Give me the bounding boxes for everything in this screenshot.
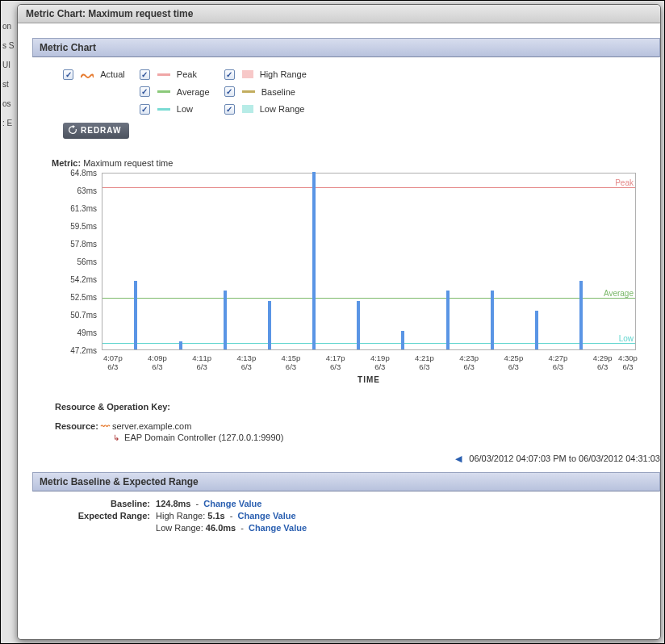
squiggle-icon: 〰 bbox=[101, 421, 110, 431]
metric-title-value: Maximum request time bbox=[83, 158, 173, 168]
legend-label: Actual bbox=[100, 69, 125, 79]
change-high-range-link[interactable]: Change Value bbox=[238, 511, 296, 521]
resource-key-title: Resource & Operation Key: bbox=[55, 402, 660, 412]
x-axis: TIME 4:07p6/34:09p6/34:11p6/34:13p6/34:1… bbox=[102, 352, 636, 384]
checkbox-low[interactable]: ✓ bbox=[140, 104, 150, 115]
timerange-sep: to bbox=[569, 454, 579, 463]
change-low-range-link[interactable]: Change Value bbox=[249, 523, 307, 533]
subresource-name: EAP Domain Controller (127.0.0.1:9990) bbox=[124, 433, 283, 442]
bar bbox=[401, 331, 404, 349]
line-swatch-icon bbox=[157, 108, 170, 111]
bar-chart: 64.8ms63ms61.3ms59.5ms57.8ms56ms54.2ms52… bbox=[52, 173, 636, 384]
checkbox-low-range[interactable]: ✓ bbox=[224, 104, 235, 115]
legend-label: Low bbox=[177, 104, 193, 114]
bar bbox=[579, 281, 583, 349]
background-fragments: ons SUIstos: E bbox=[2, 17, 14, 133]
metric-chart-window: Metric Chart: Maximum request time Metri… bbox=[17, 4, 661, 640]
resource-name: server.example.com bbox=[112, 421, 191, 431]
bar bbox=[268, 301, 271, 349]
chart-block: Metric: Maximum request time 64.8ms63ms6… bbox=[52, 158, 660, 384]
bar bbox=[224, 291, 227, 349]
legend-label: Low Range bbox=[260, 104, 305, 114]
baseline-body: Baseline: 124.8ms - Change Value Expecte… bbox=[32, 491, 660, 540]
line-swatch-icon bbox=[242, 90, 255, 93]
bar bbox=[491, 291, 494, 349]
box-swatch-icon bbox=[242, 105, 253, 113]
x-axis-title: TIME bbox=[358, 375, 380, 384]
section-baseline-header: Metric Baseline & Expected Range bbox=[32, 472, 660, 491]
section-metric-chart-header: Metric Chart bbox=[32, 38, 660, 57]
checkbox-baseline[interactable]: ✓ bbox=[224, 86, 235, 97]
low-range-value: 46.0ms bbox=[206, 523, 236, 533]
resource-prefix: Resource: bbox=[55, 421, 98, 431]
legend-label: Peak bbox=[177, 69, 197, 79]
window-title: Metric Chart: Maximum request time bbox=[18, 5, 660, 23]
bar bbox=[357, 301, 360, 349]
low-range-label: Low Range: bbox=[156, 523, 203, 533]
line-swatch-icon bbox=[157, 73, 170, 76]
bar bbox=[312, 172, 316, 349]
prev-range-icon[interactable]: ◀ bbox=[455, 454, 462, 464]
baseline-label: Baseline: bbox=[40, 499, 150, 508]
expected-range-label: Expected Range: bbox=[40, 511, 150, 521]
legend-label: High Range bbox=[260, 69, 307, 79]
timerange-to: 06/03/2012 04:31:03 bbox=[579, 454, 660, 463]
plot-area: PeakAverageLow bbox=[102, 173, 636, 350]
bar bbox=[179, 341, 182, 349]
timerange-from: 06/03/2012 04:07:03 PM bbox=[469, 454, 566, 463]
legend-label: Average bbox=[177, 87, 210, 97]
high-range-value: 5.1s bbox=[207, 511, 224, 521]
checkbox-peak[interactable]: ✓ bbox=[140, 69, 150, 80]
refresh-icon bbox=[68, 125, 77, 136]
bar bbox=[134, 281, 137, 349]
line-swatch-icon bbox=[157, 90, 170, 93]
high-range-label: High Range: bbox=[156, 511, 205, 521]
box-swatch-icon bbox=[242, 70, 253, 78]
change-baseline-link[interactable]: Change Value bbox=[203, 499, 261, 508]
legend-area: ✓ Actual ✓ Peak ✓ High Range bbox=[32, 57, 660, 144]
baseline-value: 124.8ms bbox=[156, 499, 190, 508]
metric-title-prefix: Metric: bbox=[52, 158, 81, 168]
bar bbox=[446, 291, 450, 349]
time-range-bar: ◀ 06/03/2012 04:07:03 PM to 06/03/2012 0… bbox=[32, 454, 660, 464]
checkbox-high-range[interactable]: ✓ bbox=[224, 69, 235, 80]
checkbox-actual[interactable]: ✓ bbox=[63, 69, 73, 80]
checkbox-average[interactable]: ✓ bbox=[140, 86, 150, 97]
redraw-label: REDRAW bbox=[81, 125, 121, 134]
squiggle-icon bbox=[81, 71, 94, 77]
tree-arrow-icon: ↳ bbox=[113, 433, 119, 442]
metric-title: Metric: Maximum request time bbox=[52, 158, 660, 168]
bar bbox=[535, 311, 538, 349]
resource-key: Resource & Operation Key: Resource: 〰 se… bbox=[55, 402, 660, 442]
redraw-button[interactable]: REDRAW bbox=[63, 123, 129, 139]
legend-label: Baseline bbox=[261, 87, 295, 97]
y-axis: 64.8ms63ms61.3ms59.5ms57.8ms56ms54.2ms52… bbox=[52, 173, 100, 366]
